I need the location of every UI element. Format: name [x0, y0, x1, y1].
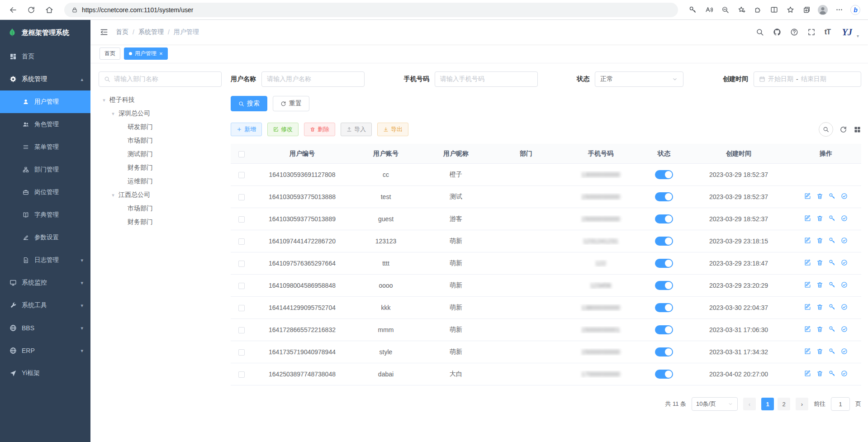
row-delete-icon[interactable]: [816, 193, 823, 200]
row-edit-icon[interactable]: [804, 237, 811, 244]
zoom-button[interactable]: [718, 3, 732, 17]
row-reset-password-icon[interactable]: [829, 348, 835, 355]
breadcrumb-system[interactable]: 系统管理: [138, 28, 164, 36]
sidebar-item-param-settings[interactable]: 参数设置: [0, 226, 90, 249]
favorites-button[interactable]: [783, 3, 797, 17]
sidebar-item-post-management[interactable]: 岗位管理: [0, 181, 90, 204]
help-icon[interactable]: [790, 28, 798, 36]
row-checkbox[interactable]: [238, 172, 245, 178]
tree-node[interactable]: 研发部门: [99, 120, 222, 134]
reload-button[interactable]: [24, 2, 39, 18]
status-toggle[interactable]: [655, 370, 673, 379]
sidebar-item-dept-management[interactable]: 部门管理: [0, 158, 90, 181]
toggle-search-button[interactable]: [819, 122, 833, 137]
add-button[interactable]: 新增: [231, 123, 262, 136]
status-toggle[interactable]: [655, 237, 673, 246]
row-edit-icon[interactable]: [804, 304, 811, 310]
address-bar[interactable]: https://ccnetcore.com:1101/system/user: [64, 3, 678, 17]
username-input[interactable]: 请输入用户名称: [261, 71, 365, 87]
row-reset-password-icon[interactable]: [829, 370, 835, 377]
delete-button[interactable]: 删除: [304, 123, 335, 136]
row-delete-icon[interactable]: [816, 304, 823, 310]
user-avatar[interactable]: YJ ▾: [840, 26, 859, 38]
select-all-checkbox[interactable]: [238, 151, 245, 157]
prev-page-button[interactable]: ‹: [743, 398, 756, 410]
row-edit-icon[interactable]: [804, 259, 811, 266]
github-icon[interactable]: [773, 28, 781, 36]
row-checkbox[interactable]: [238, 261, 245, 267]
row-reset-password-icon[interactable]: [829, 326, 835, 333]
sidebar-item-home[interactable]: 首页: [0, 45, 90, 68]
row-assign-role-icon[interactable]: [841, 326, 848, 333]
back-button[interactable]: [5, 2, 21, 18]
sidebar-item-system-tools[interactable]: 系统工具▾: [0, 294, 90, 317]
breadcrumb-home[interactable]: 首页: [116, 28, 128, 36]
collections-button[interactable]: [799, 3, 814, 17]
row-checkbox[interactable]: [238, 216, 245, 223]
extensions-button[interactable]: [750, 3, 765, 17]
status-toggle[interactable]: [655, 281, 673, 290]
tree-node[interactable]: 运维部门: [99, 175, 222, 188]
sidebar-item-system-monitor[interactable]: 系统监控▾: [0, 271, 90, 294]
sidebar-item-bbs[interactable]: BBS▾: [0, 317, 90, 339]
collapse-sidebar-icon[interactable]: [100, 28, 109, 37]
reset-button[interactable]: 重置: [273, 96, 309, 111]
page-size-select[interactable]: 10条/页: [692, 397, 738, 411]
row-checkbox[interactable]: [238, 371, 245, 378]
row-checkbox[interactable]: [238, 238, 245, 245]
import-button[interactable]: 导入: [341, 123, 372, 136]
row-edit-icon[interactable]: [804, 215, 811, 222]
row-reset-password-icon[interactable]: [829, 237, 835, 244]
row-assign-role-icon[interactable]: [841, 304, 848, 310]
export-button[interactable]: 导出: [377, 123, 408, 136]
row-reset-password-icon[interactable]: [829, 304, 835, 310]
row-assign-role-icon[interactable]: [841, 348, 848, 355]
sidebar-item-erp[interactable]: ERP▾: [0, 339, 90, 362]
sidebar-item-system-management[interactable]: 系统管理▴: [0, 68, 90, 90]
font-size-icon[interactable]: tT: [825, 28, 830, 36]
status-toggle[interactable]: [655, 259, 673, 268]
tab-home[interactable]: 首页: [100, 48, 120, 60]
row-edit-icon[interactable]: [804, 348, 811, 355]
row-delete-icon[interactable]: [816, 348, 823, 355]
phone-input[interactable]: 请输入手机号码: [435, 71, 538, 87]
sidebar-item-menu-management[interactable]: 菜单管理: [0, 136, 90, 158]
sidebar-item-user-management[interactable]: 用户管理: [0, 90, 90, 113]
status-toggle[interactable]: [655, 192, 673, 201]
row-checkbox[interactable]: [238, 283, 245, 289]
date-range-picker[interactable]: 开始日期 - 结束日期: [754, 71, 861, 87]
status-toggle[interactable]: [655, 303, 673, 312]
row-assign-role-icon[interactable]: [841, 193, 848, 200]
row-delete-icon[interactable]: [816, 215, 823, 222]
row-edit-icon[interactable]: [804, 326, 811, 333]
row-checkbox[interactable]: [238, 327, 245, 333]
sidebar-item-role-management[interactable]: 角色管理: [0, 113, 90, 136]
column-settings-button[interactable]: [854, 126, 861, 133]
row-assign-role-icon[interactable]: [841, 237, 848, 244]
split-screen-button[interactable]: [767, 3, 781, 17]
tab-close-icon[interactable]: [159, 50, 163, 57]
row-assign-role-icon[interactable]: [841, 215, 848, 222]
row-assign-role-icon[interactable]: [841, 370, 848, 377]
header-search-icon[interactable]: [756, 28, 764, 36]
tree-node[interactable]: 市场部门: [99, 134, 222, 147]
row-delete-icon[interactable]: [816, 259, 823, 266]
sidebar-item-yi-framework[interactable]: Yi框架: [0, 362, 90, 385]
tree-node[interactable]: 财务部门: [99, 161, 222, 175]
refresh-table-button[interactable]: [840, 126, 847, 133]
browser-menu-button[interactable]: [832, 3, 846, 17]
password-key-button[interactable]: [685, 3, 700, 17]
edit-button[interactable]: 修改: [267, 123, 299, 136]
tree-node[interactable]: ▾江西总公司: [99, 188, 222, 202]
status-select[interactable]: 正常: [595, 71, 683, 87]
status-toggle[interactable]: [655, 347, 673, 356]
row-assign-role-icon[interactable]: [841, 281, 848, 288]
row-reset-password-icon[interactable]: [829, 281, 835, 288]
row-edit-icon[interactable]: [804, 281, 811, 288]
status-toggle[interactable]: [655, 214, 673, 223]
row-delete-icon[interactable]: [816, 370, 823, 377]
row-delete-icon[interactable]: [816, 326, 823, 333]
row-delete-icon[interactable]: [816, 237, 823, 244]
tree-node[interactable]: 财务部门: [99, 215, 222, 229]
row-edit-icon[interactable]: [804, 370, 811, 377]
